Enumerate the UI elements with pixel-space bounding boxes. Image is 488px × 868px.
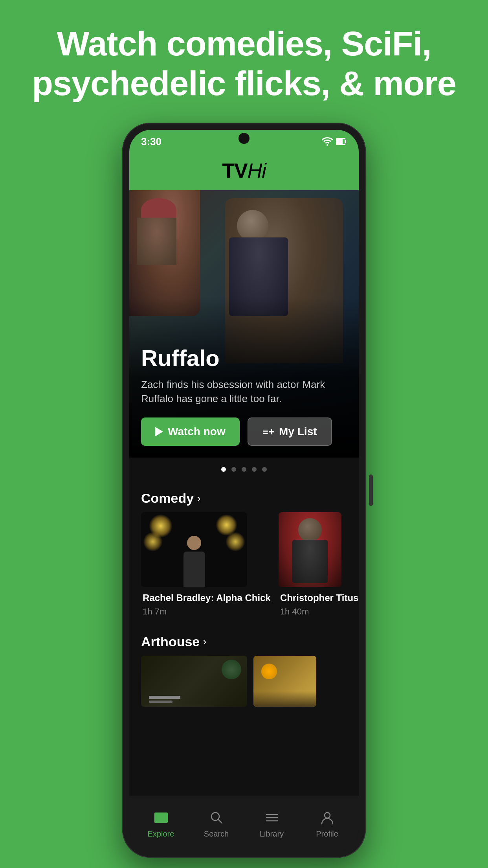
camera-notch: [238, 133, 250, 144]
phone-screen: 3:30 TVHi: [129, 130, 359, 851]
svg-point-10: [325, 813, 330, 818]
library-icon: [262, 808, 281, 827]
comedy-section: Comedy ›: [129, 481, 359, 624]
card2-body: [292, 540, 328, 583]
battery-icon: [336, 137, 347, 146]
profile-label: Profile: [316, 829, 338, 839]
phone-mockup: 3:30 TVHi: [0, 123, 488, 858]
arthouse-sun: [261, 664, 277, 679]
phone-outer: 3:30 TVHi: [122, 123, 366, 858]
tagline-text: Watch comedies, SciFi, psychedelic flick…: [31, 24, 457, 103]
comedy-card-1-info: Christopher Titus 1h 40m: [279, 592, 359, 616]
nav-explore[interactable]: Explore: [133, 808, 189, 839]
explore-label: Explore: [148, 829, 174, 839]
logo-bold: TV: [222, 159, 247, 182]
arthouse-content-row: [129, 656, 359, 712]
watch-now-label: Watch now: [168, 425, 226, 438]
svg-rect-1: [345, 140, 346, 143]
arthouse-section: Arthouse ›: [129, 625, 359, 774]
comedy-content-row: Rachel Bradley: Alpha Chick 1h 7m: [129, 512, 359, 616]
pagination-dot-0[interactable]: [221, 467, 226, 472]
arthouse-landscape: [253, 691, 316, 707]
hero-content: Ruffalo Zach finds his obsession with ac…: [141, 345, 347, 446]
arthouse-card-1[interactable]: [253, 656, 316, 712]
hero-buttons: Watch now ≡+ My List: [141, 417, 347, 446]
nav-profile[interactable]: Profile: [299, 808, 355, 839]
wifi-icon: [322, 137, 333, 146]
side-button: [369, 474, 373, 506]
hero-description: Zach finds his obsession with actor Mark…: [141, 377, 347, 406]
bottom-nav: Explore Search: [129, 796, 359, 851]
status-time: 3:30: [141, 136, 161, 148]
arthouse-section-arrow: ›: [203, 635, 206, 648]
explore-icon: [152, 808, 171, 827]
hero-title: Ruffalo: [141, 345, 347, 371]
pagination-dots: [129, 458, 359, 481]
comedy-section-title: Comedy: [141, 491, 194, 506]
pagination-dot-2[interactable]: [242, 467, 246, 472]
pagination-dot-4[interactable]: [262, 467, 267, 472]
svg-rect-2: [337, 139, 343, 144]
stage-light-3: [143, 532, 163, 552]
search-label: Search: [204, 829, 229, 839]
left-person-body: [137, 218, 176, 265]
status-bar: 3:30: [129, 130, 359, 153]
card2-head: [298, 518, 322, 542]
arthouse-section-header[interactable]: Arthouse ›: [129, 625, 359, 656]
arthouse-circle-decor: [222, 660, 241, 679]
library-label: Library: [260, 829, 284, 839]
comedy-section-header[interactable]: Comedy ›: [129, 481, 359, 512]
performer-head: [187, 536, 201, 550]
arthouse-card-0[interactable]: [141, 656, 247, 712]
app-logo: TVHi: [129, 159, 359, 182]
comedy-card-0-info: Rachel Bradley: Alpha Chick 1h 7m: [141, 592, 272, 616]
arthouse-text-overlay: [149, 696, 180, 703]
performer-body: [183, 552, 205, 587]
comedy-card-0-title: Rachel Bradley: Alpha Chick: [143, 592, 271, 604]
profile-icon: [318, 808, 337, 827]
comedy-card-1-title: Christopher Titus: [280, 592, 359, 604]
search-icon: [207, 808, 226, 827]
tagline: Watch comedies, SciFi, psychedelic flick…: [0, 0, 488, 119]
performer-silhouette: [180, 536, 208, 587]
my-list-label: My List: [279, 425, 317, 438]
logo-light: Hi: [248, 159, 266, 182]
nav-search[interactable]: Search: [189, 808, 244, 839]
mylist-icon: ≡+: [262, 426, 274, 438]
comedy-section-arrow: ›: [197, 492, 200, 505]
pagination-dot-1[interactable]: [231, 467, 236, 472]
app-header: TVHi: [129, 153, 359, 190]
pagination-dot-3[interactable]: [252, 467, 257, 472]
hero-section: Ruffalo Zach finds his obsession with ac…: [129, 190, 359, 458]
comedy-card-1-duration: 1h 40m: [280, 607, 359, 617]
comedy-card-1[interactable]: Christopher Titus 1h 40m: [279, 512, 359, 616]
nav-library[interactable]: Library: [244, 808, 299, 839]
main-char-head: [237, 210, 268, 241]
stage-light-4: [226, 532, 245, 552]
play-icon: [155, 427, 163, 436]
status-icons: [322, 137, 347, 146]
my-list-button[interactable]: ≡+ My List: [248, 417, 332, 446]
arthouse-section-title: Arthouse: [141, 634, 200, 649]
comedy-card-0-duration: 1h 7m: [143, 607, 271, 617]
comedy-card-0[interactable]: Rachel Bradley: Alpha Chick 1h 7m: [141, 512, 272, 616]
svg-line-6: [218, 819, 222, 823]
watch-now-button[interactable]: Watch now: [141, 417, 240, 446]
